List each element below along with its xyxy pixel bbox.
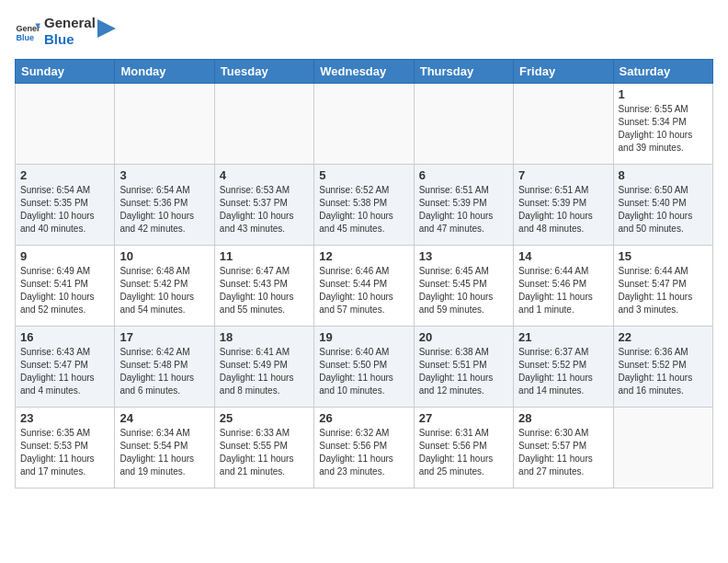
day-number: 1 [619, 87, 708, 101]
calendar-cell: 15Sunrise: 6:44 AM Sunset: 5:47 PM Dayli… [613, 246, 712, 327]
day-info: Sunrise: 6:32 AM Sunset: 5:56 PM Dayligh… [319, 427, 408, 478]
calendar-cell: 12Sunrise: 6:46 AM Sunset: 5:44 PM Dayli… [314, 246, 414, 327]
day-info: Sunrise: 6:34 AM Sunset: 5:54 PM Dayligh… [119, 427, 209, 478]
day-number: 3 [119, 168, 209, 182]
day-number: 13 [419, 249, 508, 263]
calendar-cell: 14Sunrise: 6:44 AM Sunset: 5:46 PM Dayli… [514, 246, 613, 327]
calendar-week-3: 9Sunrise: 6:49 AM Sunset: 5:41 PM Daylig… [16, 246, 713, 327]
day-number: 17 [119, 330, 209, 344]
day-info: Sunrise: 6:51 AM Sunset: 5:39 PM Dayligh… [419, 184, 508, 236]
day-info: Sunrise: 6:54 AM Sunset: 5:36 PM Dayligh… [119, 184, 209, 236]
day-info: Sunrise: 6:42 AM Sunset: 5:48 PM Dayligh… [119, 346, 209, 397]
day-number: 12 [319, 249, 408, 263]
svg-text:Blue: Blue [16, 33, 34, 42]
calendar-cell: 11Sunrise: 6:47 AM Sunset: 5:43 PM Dayli… [214, 246, 313, 327]
calendar-cell: 28Sunrise: 6:30 AM Sunset: 5:57 PM Dayli… [514, 408, 613, 488]
logo-icon: General Blue [15, 18, 40, 44]
calendar-cell [414, 84, 513, 165]
col-header-wednesday: Wednesday [314, 60, 414, 84]
day-info: Sunrise: 6:33 AM Sunset: 5:55 PM Dayligh… [220, 427, 309, 478]
calendar-week-2: 2Sunrise: 6:54 AM Sunset: 5:35 PM Daylig… [16, 165, 713, 246]
day-number: 18 [220, 330, 309, 344]
day-number: 19 [319, 330, 408, 344]
day-info: Sunrise: 6:50 AM Sunset: 5:40 PM Dayligh… [619, 184, 708, 236]
day-number: 2 [20, 168, 109, 182]
svg-marker-4 [97, 19, 116, 38]
col-header-sunday: Sunday [16, 60, 115, 84]
calendar-cell: 5Sunrise: 6:52 AM Sunset: 5:38 PM Daylig… [314, 165, 414, 246]
day-info: Sunrise: 6:43 AM Sunset: 5:47 PM Dayligh… [20, 346, 109, 397]
calendar-cell [314, 84, 414, 165]
day-info: Sunrise: 6:37 AM Sunset: 5:52 PM Dayligh… [518, 346, 608, 397]
calendar-cell: 9Sunrise: 6:49 AM Sunset: 5:41 PM Daylig… [16, 246, 115, 327]
calendar-cell: 1Sunrise: 6:55 AM Sunset: 5:34 PM Daylig… [613, 84, 712, 165]
day-number: 22 [619, 330, 708, 344]
day-info: Sunrise: 6:36 AM Sunset: 5:52 PM Dayligh… [619, 346, 708, 397]
col-header-friday: Friday [514, 60, 613, 84]
page-header: General Blue General Blue [15, 15, 713, 48]
calendar-cell: 6Sunrise: 6:51 AM Sunset: 5:39 PM Daylig… [414, 165, 513, 246]
day-info: Sunrise: 6:55 AM Sunset: 5:34 PM Dayligh… [619, 103, 708, 155]
day-info: Sunrise: 6:40 AM Sunset: 5:50 PM Dayligh… [319, 346, 408, 397]
calendar-cell: 27Sunrise: 6:31 AM Sunset: 5:56 PM Dayli… [414, 408, 513, 488]
calendar-cell: 22Sunrise: 6:36 AM Sunset: 5:52 PM Dayli… [613, 327, 712, 408]
calendar-cell: 13Sunrise: 6:45 AM Sunset: 5:45 PM Dayli… [414, 246, 513, 327]
day-info: Sunrise: 6:35 AM Sunset: 5:53 PM Dayligh… [20, 427, 109, 478]
day-number: 7 [518, 168, 608, 182]
day-number: 6 [419, 168, 508, 182]
calendar-cell: 10Sunrise: 6:48 AM Sunset: 5:42 PM Dayli… [115, 246, 214, 327]
calendar-cell: 26Sunrise: 6:32 AM Sunset: 5:56 PM Dayli… [314, 408, 414, 488]
calendar-week-4: 16Sunrise: 6:43 AM Sunset: 5:47 PM Dayli… [16, 327, 713, 408]
calendar-header-row: SundayMondayTuesdayWednesdayThursdayFrid… [16, 60, 713, 84]
col-header-saturday: Saturday [613, 60, 712, 84]
day-number: 4 [220, 168, 309, 182]
day-info: Sunrise: 6:44 AM Sunset: 5:46 PM Dayligh… [518, 265, 608, 316]
day-number: 5 [319, 168, 408, 182]
logo-blue: Blue [44, 31, 96, 48]
day-number: 15 [619, 249, 708, 263]
day-info: Sunrise: 6:48 AM Sunset: 5:42 PM Dayligh… [119, 265, 209, 316]
day-info: Sunrise: 6:47 AM Sunset: 5:43 PM Dayligh… [220, 265, 309, 316]
day-info: Sunrise: 6:52 AM Sunset: 5:38 PM Dayligh… [319, 184, 408, 236]
calendar-cell: 18Sunrise: 6:41 AM Sunset: 5:49 PM Dayli… [214, 327, 313, 408]
col-header-thursday: Thursday [414, 60, 513, 84]
col-header-tuesday: Tuesday [214, 60, 313, 84]
day-number: 26 [319, 411, 408, 425]
calendar-cell: 20Sunrise: 6:38 AM Sunset: 5:51 PM Dayli… [414, 327, 513, 408]
day-number: 14 [518, 249, 608, 263]
day-number: 9 [20, 249, 109, 263]
calendar-cell: 24Sunrise: 6:34 AM Sunset: 5:54 PM Dayli… [115, 408, 214, 488]
day-number: 27 [419, 411, 508, 425]
calendar-cell [16, 84, 115, 165]
day-info: Sunrise: 6:30 AM Sunset: 5:57 PM Dayligh… [518, 427, 608, 478]
calendar-cell [115, 84, 214, 165]
calendar-week-5: 23Sunrise: 6:35 AM Sunset: 5:53 PM Dayli… [16, 408, 713, 488]
calendar-cell: 25Sunrise: 6:33 AM Sunset: 5:55 PM Dayli… [214, 408, 313, 488]
calendar-cell: 2Sunrise: 6:54 AM Sunset: 5:35 PM Daylig… [16, 165, 115, 246]
day-info: Sunrise: 6:51 AM Sunset: 5:39 PM Dayligh… [518, 184, 608, 236]
day-info: Sunrise: 6:49 AM Sunset: 5:41 PM Dayligh… [20, 265, 109, 316]
day-number: 11 [220, 249, 309, 263]
day-number: 23 [20, 411, 109, 425]
calendar-week-1: 1Sunrise: 6:55 AM Sunset: 5:34 PM Daylig… [16, 84, 713, 165]
calendar-cell: 23Sunrise: 6:35 AM Sunset: 5:53 PM Dayli… [16, 408, 115, 488]
calendar-cell: 4Sunrise: 6:53 AM Sunset: 5:37 PM Daylig… [214, 165, 313, 246]
calendar-cell: 3Sunrise: 6:54 AM Sunset: 5:36 PM Daylig… [115, 165, 214, 246]
col-header-monday: Monday [115, 60, 214, 84]
day-info: Sunrise: 6:38 AM Sunset: 5:51 PM Dayligh… [419, 346, 508, 397]
day-info: Sunrise: 6:45 AM Sunset: 5:45 PM Dayligh… [419, 265, 508, 316]
day-number: 28 [518, 411, 608, 425]
day-info: Sunrise: 6:54 AM Sunset: 5:35 PM Dayligh… [20, 184, 109, 236]
calendar-cell [514, 84, 613, 165]
logo-arrow-icon [97, 19, 116, 40]
day-info: Sunrise: 6:31 AM Sunset: 5:56 PM Dayligh… [419, 427, 508, 478]
day-info: Sunrise: 6:46 AM Sunset: 5:44 PM Dayligh… [319, 265, 408, 316]
day-info: Sunrise: 6:41 AM Sunset: 5:49 PM Dayligh… [220, 346, 309, 397]
calendar-cell: 17Sunrise: 6:42 AM Sunset: 5:48 PM Dayli… [115, 327, 214, 408]
calendar-cell [613, 408, 712, 488]
day-number: 21 [518, 330, 608, 344]
day-info: Sunrise: 6:53 AM Sunset: 5:37 PM Dayligh… [220, 184, 309, 236]
calendar-table: SundayMondayTuesdayWednesdayThursdayFrid… [15, 59, 713, 488]
calendar-cell: 19Sunrise: 6:40 AM Sunset: 5:50 PM Dayli… [314, 327, 414, 408]
calendar-cell: 21Sunrise: 6:37 AM Sunset: 5:52 PM Dayli… [514, 327, 613, 408]
